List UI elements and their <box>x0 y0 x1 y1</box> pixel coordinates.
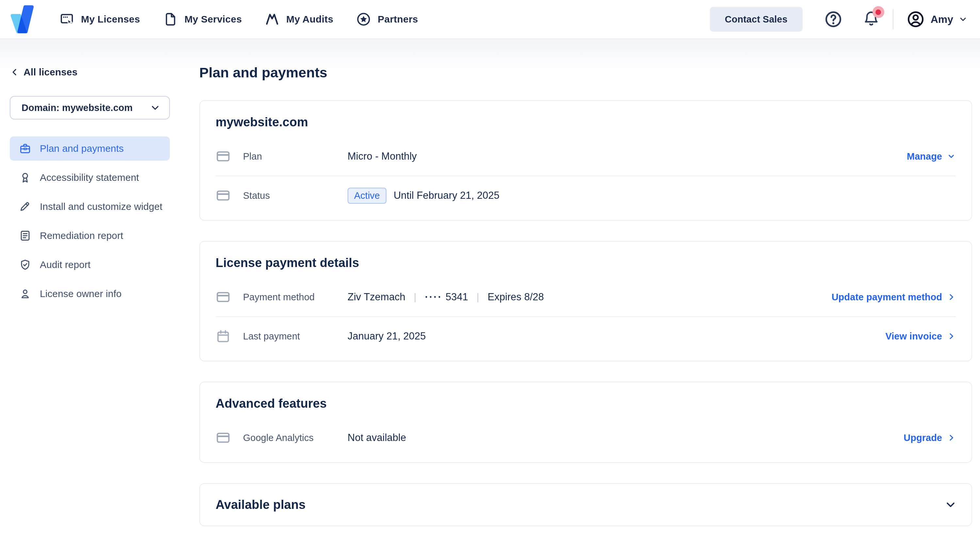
domain-card: mywebsite.com Plan Micro - Monthly Manag… <box>199 100 972 220</box>
upgrade-label: Upgrade <box>904 433 942 443</box>
sidebar-item-label: Plan and payments <box>40 143 124 154</box>
payment-method-label: Payment method <box>243 292 348 303</box>
advanced-card-title: Advanced features <box>216 396 956 411</box>
nav-label: Partners <box>378 14 418 25</box>
notification-badge <box>872 6 884 18</box>
document-icon <box>19 230 31 242</box>
sidebar-item-install-and-customize-widget[interactable]: Install and customize widget <box>10 195 170 219</box>
pencil-icon <box>19 200 31 213</box>
sidebar-item-label: License owner info <box>40 288 121 299</box>
user-name: Amy <box>931 13 953 25</box>
available-plans-title: Available plans <box>216 498 305 512</box>
manage-label: Manage <box>907 151 942 162</box>
manage-dropdown[interactable]: Manage <box>907 151 956 162</box>
license-payment-details-card: License payment details Payment method Z… <box>199 241 972 362</box>
sidebar-item-license-owner-info[interactable]: License owner info <box>10 282 170 306</box>
main-content: Plan and payments mywebsite.com Plan Mic… <box>183 39 980 536</box>
contact-sales-button[interactable]: Contact Sales <box>710 7 803 32</box>
chevron-right-icon <box>947 292 956 301</box>
services-icon <box>163 12 178 27</box>
calendar-icon <box>216 329 231 344</box>
sidebar-item-remediation-report[interactable]: Remediation report <box>10 224 170 248</box>
available-plans-card[interactable]: Available plans <box>199 483 972 526</box>
card-expiry: Expires 8/28 <box>488 291 544 303</box>
update-payment-method-link[interactable]: Update payment method <box>832 292 956 303</box>
plan-value: Micro - Monthly <box>348 151 907 162</box>
value-separator: | <box>412 292 418 303</box>
plan-row: Plan Micro - Monthly Manage <box>216 137 956 176</box>
shield-check-icon <box>19 258 31 271</box>
domain-selector[interactable]: Domain: mywebsite.com <box>10 96 170 119</box>
google-analytics-row: Google Analytics Not available Upgrade <box>216 419 956 457</box>
sidebar-item-accessibility-statement[interactable]: Accessibility statement <box>10 165 170 190</box>
view-invoice-link[interactable]: View invoice <box>885 331 956 342</box>
nav-item-my-services[interactable]: My Services <box>163 12 242 27</box>
credit-card-icon <box>216 290 231 304</box>
payment-method-row: Payment method Ziv Tzemach | ····5341 | … <box>216 278 956 316</box>
topbar-right: Contact Sales <box>710 7 967 32</box>
chevron-down-icon <box>150 102 161 113</box>
award-icon <box>19 171 31 184</box>
payment-card-title: License payment details <box>216 256 956 270</box>
brand-logo-icon[interactable] <box>10 5 35 33</box>
sidebar-item-audit-report[interactable]: Audit report <box>10 253 170 277</box>
header-divider <box>893 9 893 29</box>
sidebar-item-label: Install and customize widget <box>40 201 162 212</box>
help-icon[interactable] <box>824 10 843 29</box>
status-row: Status Active Until February 21, 2025 <box>216 176 956 215</box>
notifications-button[interactable] <box>863 10 880 29</box>
chevron-down-icon[interactable] <box>944 498 957 511</box>
briefcase-icon <box>19 142 31 155</box>
back-label: All licenses <box>24 67 78 78</box>
plan-label: Plan <box>243 151 348 162</box>
value-separator: | <box>475 292 480 303</box>
card-number-masked: ····5341 <box>425 291 468 303</box>
partners-icon <box>356 12 371 27</box>
audits-icon <box>265 12 280 27</box>
nav-label: My Licenses <box>81 14 140 25</box>
domain-card-title: mywebsite.com <box>216 115 956 129</box>
status-until-text: Until February 21, 2025 <box>394 190 500 201</box>
status-label: Status <box>243 190 348 201</box>
nav-label: My Audits <box>286 14 333 25</box>
license-icon <box>59 12 75 27</box>
status-badge: Active <box>348 188 387 204</box>
upgrade-link[interactable]: Upgrade <box>904 433 956 443</box>
primary-nav: My Licenses My Services My Audits <box>59 12 418 27</box>
sidebar-item-plan-and-payments[interactable]: Plan and payments <box>10 136 170 160</box>
nav-item-partners[interactable]: Partners <box>356 12 418 27</box>
advanced-features-card: Advanced features Google Analytics Not a… <box>199 382 972 463</box>
nav-label: My Services <box>185 14 242 25</box>
last-payment-row: Last payment January 21, 2025 View invoi… <box>216 317 956 355</box>
credit-card-icon <box>216 149 231 164</box>
update-payment-method-label: Update payment method <box>832 292 942 303</box>
sidebar-item-label: Remediation report <box>40 230 123 241</box>
page-body: All licenses Domain: mywebsite.com <box>0 39 980 536</box>
last-payment-label: Last payment <box>243 331 348 342</box>
avatar-icon <box>907 10 925 29</box>
nav-item-my-licenses[interactable]: My Licenses <box>59 12 140 27</box>
domain-selected-value: Domain: mywebsite.com <box>22 103 133 113</box>
sidebar-item-label: Audit report <box>40 259 91 270</box>
top-nav: My Licenses My Services My Audits <box>0 0 980 39</box>
back-to-all-licenses-link[interactable]: All licenses <box>10 67 170 78</box>
google-analytics-label: Google Analytics <box>243 433 348 443</box>
cardholder-name: Ziv Tzemach <box>348 291 406 303</box>
last-payment-value: January 21, 2025 <box>348 330 885 342</box>
sidebar-item-label: Accessibility statement <box>40 172 139 183</box>
nav-item-my-audits[interactable]: My Audits <box>265 12 333 27</box>
license-nav: Plan and payments Accessibility statemen… <box>10 136 170 306</box>
sidebar: All licenses Domain: mywebsite.com <box>0 39 183 536</box>
user-menu[interactable]: Amy <box>907 10 967 29</box>
chevron-down-icon <box>947 152 956 161</box>
credit-card-icon <box>216 188 231 203</box>
chevron-left-icon <box>10 67 20 77</box>
google-analytics-value: Not available <box>348 432 904 444</box>
credit-card-icon <box>216 430 231 445</box>
page-title: Plan and payments <box>199 65 972 81</box>
chevron-down-icon <box>958 15 967 24</box>
view-invoice-label: View invoice <box>885 331 942 342</box>
chevron-right-icon <box>947 433 956 442</box>
person-icon <box>19 288 31 300</box>
chevron-right-icon <box>947 331 956 341</box>
